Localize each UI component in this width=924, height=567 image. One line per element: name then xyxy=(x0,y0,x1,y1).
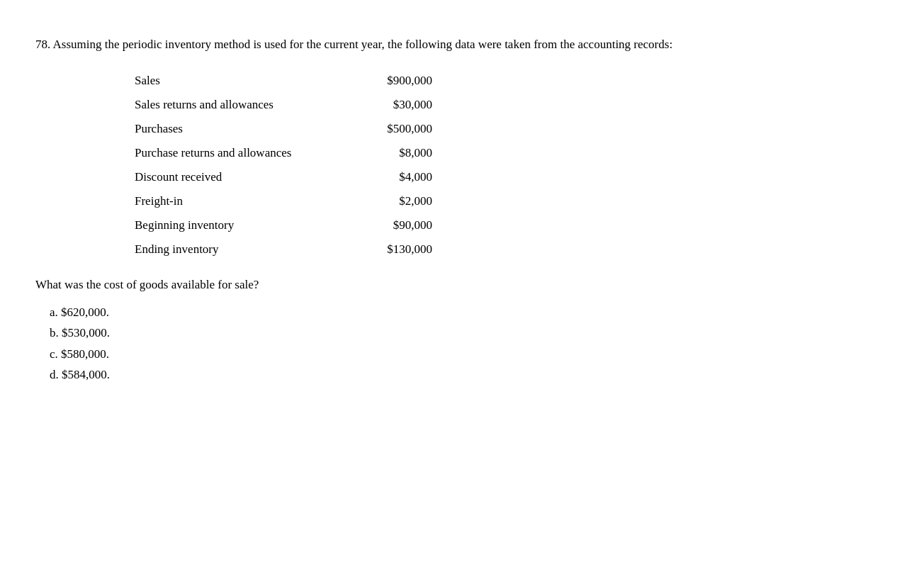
row-label: Sales returns and allowances xyxy=(135,98,361,112)
row-label: Freight-in xyxy=(135,194,361,208)
table-row: Ending inventory$130,000 xyxy=(135,242,872,257)
row-value: $2,000 xyxy=(361,194,432,208)
row-label: Beginning inventory xyxy=(135,218,361,232)
answer-choice: d. $584,000. xyxy=(50,366,872,384)
table-row: Freight-in$2,000 xyxy=(135,194,872,208)
row-label: Discount received xyxy=(135,170,361,184)
question-intro: Assuming the periodic inventory method i… xyxy=(53,38,673,51)
row-value: $130,000 xyxy=(361,242,432,257)
row-label: Sales xyxy=(135,74,361,88)
data-table: Sales$900,000Sales returns and allowance… xyxy=(135,74,872,257)
table-row: Purchases$500,000 xyxy=(135,122,872,136)
question-text: 78. Assuming the periodic inventory meth… xyxy=(35,35,872,54)
answer-choice: b. $530,000. xyxy=(50,324,872,342)
table-row: Sales$900,000 xyxy=(135,74,872,88)
table-row: Discount received$4,000 xyxy=(135,170,872,184)
row-value: $900,000 xyxy=(361,74,432,88)
answer-choice: c. $580,000. xyxy=(50,345,872,364)
row-label: Ending inventory xyxy=(135,242,361,257)
sub-question: What was the cost of goods available for… xyxy=(35,278,872,292)
table-row: Purchase returns and allowances$8,000 xyxy=(135,146,872,160)
row-value: $4,000 xyxy=(361,170,432,184)
question-container: 78. Assuming the periodic inventory meth… xyxy=(28,21,879,401)
row-label: Purchases xyxy=(135,122,361,136)
question-number: 78. xyxy=(35,38,50,51)
answer-choice: a. $620,000. xyxy=(50,303,872,322)
row-value: $30,000 xyxy=(361,98,432,112)
answer-choices: a. $620,000.b. $530,000.c. $580,000.d. $… xyxy=(50,303,872,384)
table-row: Beginning inventory$90,000 xyxy=(135,218,872,232)
row-value: $500,000 xyxy=(361,122,432,136)
table-row: Sales returns and allowances$30,000 xyxy=(135,98,872,112)
row-value: $90,000 xyxy=(361,218,432,232)
row-value: $8,000 xyxy=(361,146,432,160)
row-label: Purchase returns and allowances xyxy=(135,146,361,160)
